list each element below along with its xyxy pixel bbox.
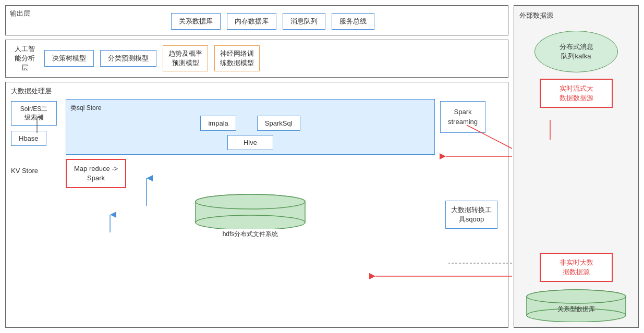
ai-layer-label: 人工智 能分析 层 (11, 44, 38, 73)
kv-store-text: KV Store (11, 167, 38, 175)
output-item-3: 服务总线 (332, 13, 374, 30)
kafka-ellipse: 分布式消息 队列kafka (534, 31, 618, 72)
ai-item-3: 神经网络训 练数据模型 (214, 45, 260, 71)
hive-box: Hive (227, 135, 273, 150)
left-panel: 输出层 关系数据库 内存数据库 消息队列 服务总线 人工智 能分析 层 决策树模… (5, 5, 508, 328)
ai-layer: 人工智 能分析 层 决策树模型 分类预测模型 趋势及概率 预测模型 神经网络训 … (5, 40, 508, 78)
ai-layer-content: 决策树模型 分类预测模型 趋势及概率 预测模型 神经网络训 练数据模型 (44, 45, 260, 71)
solr-box: Solr/ES二 级索引 (11, 101, 57, 126)
map-reduce-box: Map reduce -> Spark (66, 159, 126, 188)
external-sources-label: 外部数据源 (519, 11, 633, 20)
sparksql-box: SparkSql (257, 116, 300, 131)
svg-point-4 (196, 194, 305, 209)
svg-text:关系型数据库: 关系型数据库 (557, 305, 595, 313)
hdfs-label: hdfs分布式文件系统 (66, 230, 435, 239)
output-item-2: 消息队列 (283, 13, 325, 30)
bigdata-right-col: Spark streaming 大数据转换工 具sqoop (440, 99, 503, 229)
right-panel: 外部数据源 分布式消息 队列kafka 实时流式大 数据数据源 非实时大数 据数… (514, 5, 639, 328)
sql-store-area: 类sql Store impala SparkSql Hive (66, 99, 435, 155)
hdfs-cylinder (193, 192, 308, 229)
output-item-1: 内存数据库 (227, 13, 276, 30)
spark-streaming-box: Spark streaming (440, 101, 485, 133)
ai-item-0: 决策树模型 (44, 50, 94, 67)
transform-tool-box: 大数据转换工 具sqoop (445, 201, 497, 229)
output-layer: 输出层 关系数据库 内存数据库 消息队列 服务总线 (5, 5, 508, 35)
rdb-cylinder: 关系型数据库 (524, 288, 628, 322)
svg-point-2 (196, 215, 305, 229)
ai-item-1: 分类预测模型 (100, 50, 156, 67)
sql-store-label: 类sql Store (70, 104, 430, 113)
sql-store-row1: impala SparkSql (70, 116, 430, 131)
nonrealtime-box: 非实时大数 据数据源 (540, 253, 613, 282)
output-layer-label: 输出层 (10, 9, 30, 18)
bigdata-left-col: Solr/ES二 级索引 Hbase KV Store (11, 99, 60, 175)
svg-point-12 (527, 290, 626, 303)
main-container: 输出层 关系数据库 内存数据库 消息队列 服务总线 人工智 能分析 层 决策树模… (0, 0, 644, 333)
output-item-0: 关系数据库 (171, 13, 221, 30)
bigdata-layer-label: 大数据处理层 (11, 87, 503, 96)
ai-item-2: 趋势及概率 预测模型 (163, 45, 208, 71)
bigdata-main-area: 类sql Store impala SparkSql Hive Map redu… (66, 99, 435, 239)
realtime-box: 实时流式大 数据数据源 (540, 79, 613, 108)
impala-box: impala (200, 116, 236, 131)
bigdata-layer: 大数据处理层 Solr/ES二 级索引 Hbase KV Store 类sql … (5, 82, 508, 328)
hbase-box: Hbase (11, 131, 46, 146)
output-layer-content: 关系数据库 内存数据库 消息队列 服务总线 (11, 10, 503, 31)
bigdata-content-row: Solr/ES二 级索引 Hbase KV Store 类sql Store i… (11, 99, 503, 323)
